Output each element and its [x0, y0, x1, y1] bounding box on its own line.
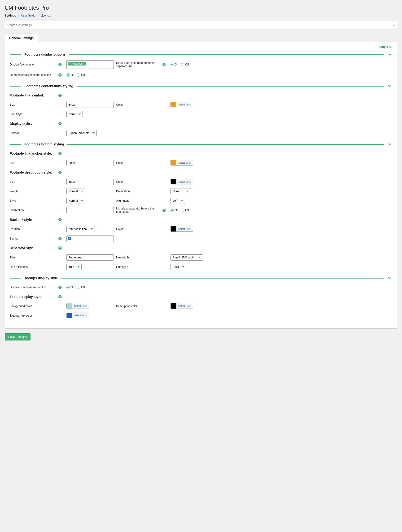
help-icon[interactable]: ?	[58, 122, 62, 125]
line-thickness-select[interactable]: Thin	[66, 264, 82, 270]
heading-separator-style: Separator style	[10, 246, 34, 250]
heading-tooltip-style: Tooltip display style	[10, 295, 41, 299]
label-desc-color: Color	[116, 180, 123, 184]
label-decoration: Decoration	[116, 190, 130, 193]
desc-size-input[interactable]	[66, 179, 114, 185]
label-ext-link-color: External link color	[10, 314, 32, 317]
separate-line-radio[interactable]: On Off	[171, 63, 223, 66]
help-icon[interactable]: ?	[58, 152, 62, 155]
sub-nav: Settings | User Guide | License	[5, 14, 397, 17]
symbol-input[interactable]	[66, 235, 114, 242]
label-size: Size	[10, 103, 15, 106]
label-anchor-color: Color	[116, 161, 123, 165]
label-display-footnotes-on: Display footnotes on	[10, 63, 35, 66]
desc-color-picker[interactable]: Select Color	[171, 179, 193, 184]
label-line-thickness: Line thickness	[10, 265, 28, 269]
help-icon[interactable]: ?	[58, 171, 62, 174]
decoration-select[interactable]: None	[171, 188, 191, 194]
alignment-select[interactable]: Left	[171, 198, 185, 204]
section-header-display-options: Footnotes display options	[10, 52, 392, 57]
chevron-down-icon[interactable]	[387, 83, 392, 89]
link-color-picker[interactable]: Select Color	[171, 102, 193, 107]
label-separate-line: Show each bottom footnote on separate li…	[116, 61, 162, 68]
help-icon[interactable]: ?	[58, 286, 62, 289]
heading-display-style: Display style :	[10, 122, 32, 126]
display-tooltips-radio[interactable]: On Off	[66, 286, 114, 289]
label-backlink-color: Color	[116, 228, 123, 231]
label-title: Title	[10, 256, 15, 259]
help-icon[interactable]: ?	[58, 237, 62, 240]
label-line-width: Line width	[116, 256, 129, 259]
label-line-style: Line style	[116, 265, 128, 269]
label-bg-color: Background color	[10, 304, 32, 308]
separator-title-input[interactable]	[66, 254, 114, 260]
display-on-tag-input[interactable]: ×Post (post)	[66, 60, 114, 69]
tooltip-bg-color-picker[interactable]: Select Color	[66, 303, 89, 309]
help-icon[interactable]: ?	[58, 246, 62, 250]
help-icon[interactable]: ?	[58, 295, 62, 298]
heading-footnote-link-symbol: Footnote link symbol:	[10, 93, 44, 97]
ext-link-color-picker[interactable]: Select Color	[66, 313, 89, 318]
tag-remove-icon[interactable]: ×	[69, 62, 71, 65]
nav-user-guide[interactable]: User Guide	[21, 14, 35, 17]
indentation-input[interactable]	[66, 207, 114, 213]
save-button[interactable]: Save Changes	[5, 333, 31, 341]
label-anchor-size: Size	[10, 161, 15, 165]
up-arrow-icon	[68, 237, 71, 240]
font-style-select[interactable]: None	[66, 111, 83, 117]
label-style: Style	[10, 199, 16, 203]
heading-anchor-style: Footnote link anchor style:	[10, 152, 52, 155]
line-style-select[interactable]: Solid	[171, 264, 186, 270]
tab-general-settings[interactable]: General Settings	[5, 34, 38, 42]
chevron-down-icon[interactable]	[387, 52, 392, 57]
help-icon[interactable]: ?	[58, 94, 62, 97]
chevron-down-icon[interactable]	[387, 275, 392, 281]
page-title: CM Footnotes Pro	[5, 5, 397, 11]
label-position: Position	[10, 228, 20, 231]
style-select[interactable]: Normal	[66, 198, 85, 204]
nav-license[interactable]: License	[41, 14, 50, 17]
weight-select[interactable]: Normal	[66, 188, 85, 194]
help-icon[interactable]: ?	[58, 218, 62, 221]
anchor-color-picker[interactable]: Select Color	[171, 160, 193, 165]
section-header-content-links: Footnotes content links styling	[10, 83, 392, 89]
link-size-input[interactable]	[66, 102, 114, 108]
label-format: Format	[10, 132, 19, 135]
settings-panel: Toggle All Footnotes display options Dis…	[5, 42, 397, 329]
external-link-radio[interactable]: On Off	[66, 73, 114, 77]
backlink-color-picker[interactable]: Select Color	[171, 226, 193, 232]
section-header-tooltips: Tooltips display style	[10, 275, 392, 281]
label-include-separator: Include a separator before the footnotes…	[116, 207, 162, 214]
anchor-size-input[interactable]	[66, 160, 114, 166]
position-select[interactable]: After definition	[66, 226, 95, 232]
label-display-tooltips: Display Footnotes as Tooltips	[10, 286, 47, 289]
tooltip-desc-color-picker[interactable]: Select Color	[171, 303, 193, 309]
label-weight: Weight	[10, 190, 19, 193]
search-input[interactable]	[5, 21, 397, 29]
help-icon[interactable]: ?	[162, 63, 166, 66]
toggle-all-button[interactable]: Toggle All	[379, 45, 392, 49]
line-width-select[interactable]: Small (25% width)	[171, 254, 203, 260]
heading-desc-style: Footnote description style:	[10, 171, 52, 174]
label-desc-size: Size	[10, 180, 15, 184]
label-tooltip-desc-color: Description color	[116, 304, 137, 308]
heading-backlink-style: Backlink style	[10, 218, 32, 222]
section-header-bottom-styling: Footnotes bottom styling	[10, 142, 392, 147]
help-icon[interactable]: ?	[162, 209, 166, 212]
chevron-down-icon[interactable]	[387, 142, 392, 147]
help-icon[interactable]: ?	[58, 73, 62, 77]
help-icon[interactable]: ?	[58, 63, 62, 66]
label-color: Color	[116, 103, 123, 106]
label-font-style: Font Style	[10, 113, 22, 116]
format-select[interactable]: Square brackets	[66, 130, 97, 136]
separator-radio[interactable]: On Off	[171, 209, 223, 212]
label-alignment: Alignment	[116, 199, 129, 203]
label-indentation: Indentation	[10, 209, 24, 212]
label-symbol: Symbol	[10, 237, 19, 240]
nav-settings[interactable]: Settings	[5, 14, 16, 17]
search-clear-icon[interactable]: ×	[393, 23, 395, 27]
label-external-link: Open external link in the new tab	[10, 73, 51, 77]
